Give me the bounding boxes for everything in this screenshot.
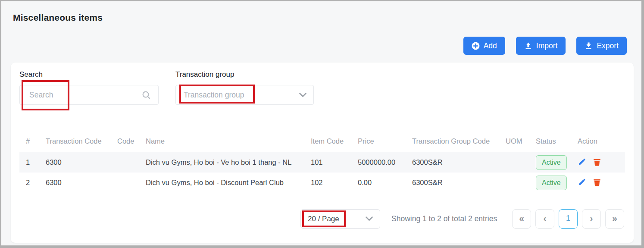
col-header-transaction-group-code: Transaction Group Code (406, 130, 499, 152)
cell-index: 2 (19, 173, 39, 193)
col-header-action: Action (571, 130, 625, 152)
search-icon (142, 91, 158, 100)
cell-uom (499, 152, 529, 173)
pencil-icon (578, 157, 586, 167)
cell-code (111, 152, 139, 173)
search-input-wrap (19, 85, 159, 105)
cell-transaction-group-code: 6300S&R (406, 173, 499, 193)
cell-name: Dich vu Gyms, Ho boi - Discount Pearl Cl… (139, 173, 304, 193)
col-header-price: Price (351, 130, 406, 152)
import-button-label: Import (536, 41, 558, 50)
page-1-button[interactable]: 1 (559, 209, 578, 229)
col-header-uom: UOM (499, 130, 529, 152)
col-header-item-code: Item Code (304, 130, 351, 152)
search-label: Search (19, 70, 43, 79)
next-page-button[interactable]: › (582, 209, 601, 229)
app-window: Miscellaneous items Add Import Export Se… (0, 0, 644, 248)
page-size-select[interactable]: 20 / Page (300, 209, 380, 229)
col-header-status: Status (529, 130, 571, 152)
search-input[interactable] (20, 91, 142, 100)
table-row: 2 6300 Dich vu Gyms, Ho boi - Discount P… (19, 173, 625, 193)
page-size-value: 20 / Page (308, 215, 339, 223)
cell-item-code: 102 (304, 173, 351, 193)
cell-code (111, 173, 139, 193)
export-button-label: Export (597, 41, 619, 50)
table-header-row: # Transaction Code Code Name Item Code P… (19, 130, 625, 152)
cell-transaction-code: 6300 (39, 152, 111, 173)
pencil-icon (578, 178, 586, 188)
col-header-transaction-code: Transaction Code (39, 130, 111, 152)
last-page-button[interactable]: » (605, 209, 624, 229)
cell-status: Active (529, 152, 571, 173)
content-card: Search Transaction group Transaction gro… (11, 63, 634, 243)
items-table: # Transaction Code Code Name Item Code P… (19, 130, 625, 193)
edit-button[interactable] (578, 157, 586, 167)
transaction-group-label: Transaction group (175, 70, 234, 79)
cell-item-code: 101 (304, 152, 351, 173)
add-button[interactable]: Add (463, 37, 505, 55)
download-icon (585, 42, 593, 50)
cell-transaction-code: 6300 (39, 173, 111, 193)
cell-action (571, 152, 625, 173)
transaction-group-select[interactable]: Transaction group (175, 85, 314, 105)
upload-icon (524, 42, 532, 50)
cell-action (571, 173, 625, 193)
delete-button[interactable] (593, 157, 601, 168)
cell-uom (499, 173, 529, 193)
pagination-summary: Showing 1 to 2 of total 2 entries (391, 214, 497, 223)
edit-button[interactable] (578, 178, 586, 188)
plus-circle-icon (472, 42, 480, 50)
add-button-label: Add (484, 41, 497, 50)
transaction-group-placeholder: Transaction group (184, 91, 244, 100)
import-button[interactable]: Import (516, 37, 566, 55)
trash-icon (593, 178, 601, 188)
prev-page-button[interactable]: ‹ (535, 209, 554, 229)
page-title: Miscellaneous items (13, 13, 103, 23)
page-size-select-wrap: 20 / Page (300, 209, 380, 229)
cell-status: Active (529, 173, 571, 193)
export-button[interactable]: Export (576, 37, 627, 55)
trash-icon (593, 157, 601, 168)
col-header-code: Code (111, 130, 139, 152)
first-page-button[interactable]: « (512, 209, 531, 229)
cell-transaction-group-code: 6300S&R (406, 152, 499, 173)
chevron-down-icon (366, 217, 373, 221)
col-header-index: # (19, 130, 39, 152)
cell-price: 0.00 (351, 173, 406, 193)
delete-button[interactable] (593, 178, 601, 188)
cell-name: Dich vu Gyms, Ho boi - Ve ho boi 1 thang… (139, 152, 304, 173)
chevron-down-icon (299, 93, 306, 97)
status-badge: Active (536, 155, 567, 170)
table-row: 1 6300 Dich vu Gyms, Ho boi - Ve ho boi … (19, 152, 625, 173)
col-header-name: Name (139, 130, 304, 152)
status-badge: Active (536, 176, 567, 190)
cell-price: 5000000.00 (351, 152, 406, 173)
cell-index: 1 (19, 152, 39, 173)
toolbar: Add Import Export (463, 37, 627, 55)
pager: « ‹ 1 › » (512, 209, 624, 229)
